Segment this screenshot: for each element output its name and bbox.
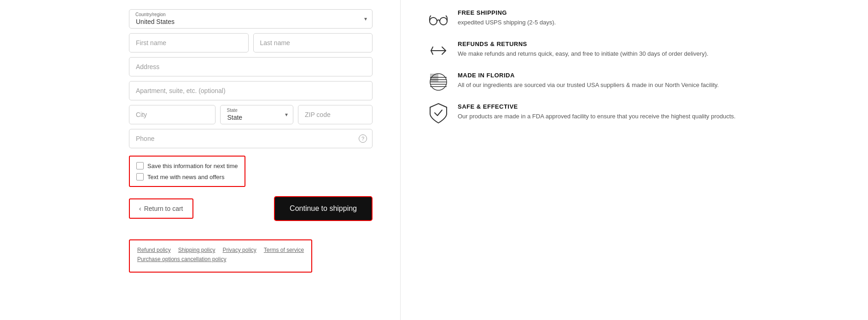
apartment-input[interactable]: [129, 81, 373, 100]
refund-policy-link[interactable]: Refund policy: [137, 247, 171, 253]
info-desc-refunds: We make refunds and returns quick, easy,…: [458, 49, 708, 58]
return-to-cart-label: Return to cart: [144, 205, 183, 212]
state-group: State State Alabama Alaska Arizona Calif…: [220, 105, 293, 124]
svg-point-1: [440, 17, 447, 25]
country-region-group: Country/region United States ▾: [129, 9, 373, 29]
phone-group: ?: [129, 129, 373, 148]
city-input[interactable]: [129, 105, 216, 124]
info-desc-shipping: expedited USPS shipping (2-5 days).: [458, 18, 556, 27]
form-buttons-row: ‹ Return to cart Continue to shipping: [129, 196, 373, 221]
shipping-policy-link[interactable]: Shipping policy: [178, 247, 216, 253]
cancellation-policy-link[interactable]: Purchase options cancellation policy: [137, 256, 226, 262]
return-to-cart-button[interactable]: ‹ Return to cart: [129, 198, 193, 219]
info-panel: FREE SHIPPING expedited USPS shipping (2…: [401, 0, 868, 320]
svg-point-0: [430, 17, 437, 25]
info-block-florida: MADE IN FLORIDA All of our ingredients a…: [428, 72, 840, 92]
save-info-checkbox[interactable]: [136, 162, 144, 169]
info-title-safe: SAFE & EFFECTIVE: [458, 103, 735, 110]
info-title-shipping: FREE SHIPPING: [458, 9, 556, 16]
last-name-input[interactable]: [253, 33, 373, 52]
state-select[interactable]: State Alabama Alaska Arizona California …: [220, 105, 293, 124]
info-title-refunds: REFUNDS & RETURNS: [458, 41, 708, 47]
info-desc-florida: All of our ingredients are sourced via o…: [458, 81, 719, 90]
phone-help-icon[interactable]: ?: [359, 134, 367, 143]
info-block-refunds: REFUNDS & RETURNS We make refunds and re…: [428, 41, 840, 61]
footer-links-row-2: Purchase options cancellation policy: [137, 256, 304, 262]
info-text-safe: SAFE & EFFECTIVE Our products are made i…: [458, 103, 735, 121]
info-block-safe: SAFE & EFFECTIVE Our products are made i…: [428, 103, 840, 123]
truck-icon: [428, 9, 449, 29]
checkout-form-panel: Country/region United States ▾ State St: [0, 0, 401, 320]
phone-input[interactable]: [129, 129, 373, 148]
name-row: [129, 33, 373, 52]
text-offers-checkbox[interactable]: [136, 173, 144, 180]
terms-of-service-link[interactable]: Terms of service: [264, 247, 304, 253]
info-text-refunds: REFUNDS & RETURNS We make refunds and re…: [458, 41, 708, 58]
continue-to-shipping-button[interactable]: Continue to shipping: [274, 196, 373, 221]
save-info-item: Save this information for next time: [136, 162, 238, 169]
apartment-group: [129, 81, 373, 100]
save-info-label[interactable]: Save this information for next time: [147, 163, 238, 169]
address-input[interactable]: [129, 57, 373, 76]
city-state-zip-row: State State Alabama Alaska Arizona Calif…: [129, 105, 373, 124]
footer-links-section: Refund policy Shipping policy Privacy po…: [129, 239, 312, 273]
shield-checkmark-icon: [428, 103, 449, 123]
privacy-policy-link[interactable]: Privacy policy: [222, 247, 256, 253]
info-text-shipping: FREE SHIPPING expedited USPS shipping (2…: [458, 9, 556, 27]
text-offers-label[interactable]: Text me with news and offers: [147, 174, 224, 180]
zip-input[interactable]: [298, 105, 373, 124]
info-desc-safe: Our products are made in a FDA approved …: [458, 112, 735, 121]
flag-icon: [428, 72, 449, 92]
return-icon: [428, 41, 449, 61]
save-info-section: Save this information for next time Text…: [129, 156, 245, 187]
first-name-input[interactable]: [129, 33, 249, 52]
return-arrow-icon: ‹: [139, 205, 141, 212]
info-text-florida: MADE IN FLORIDA All of our ingredients a…: [458, 72, 719, 90]
country-select[interactable]: United States: [129, 9, 373, 29]
continue-to-shipping-label: Continue to shipping: [290, 204, 357, 212]
text-offers-item: Text me with news and offers: [136, 173, 238, 180]
footer-links-row-1: Refund policy Shipping policy Privacy po…: [137, 247, 304, 253]
address-group: [129, 57, 373, 76]
info-title-florida: MADE IN FLORIDA: [458, 72, 719, 79]
svg-rect-8: [430, 74, 438, 82]
info-block-shipping: FREE SHIPPING expedited USPS shipping (2…: [428, 9, 840, 29]
